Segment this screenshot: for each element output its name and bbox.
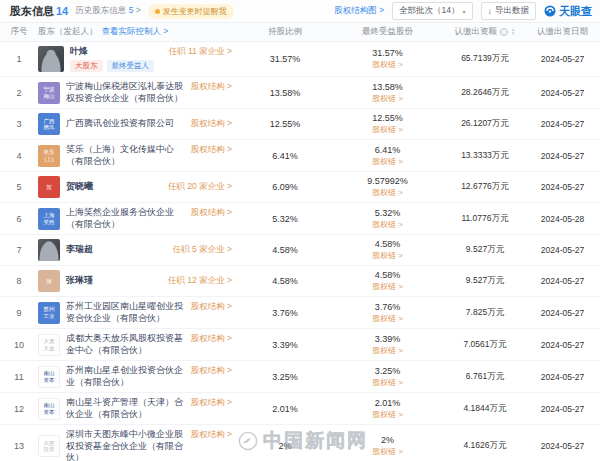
shareholder-name-link[interactable]: 苏州南山星卓创业投资合伙企业（有限合伙）: [66, 365, 191, 388]
subscribed-capital: 26.1207万元: [445, 118, 525, 130]
export-data-button[interactable]: ↓ 导出数据: [481, 2, 537, 20]
shareholder-name-link[interactable]: 笑乐（上海）文化传媒中心（有限合伙）: [66, 144, 191, 167]
subscribed-capital: 28.2646万元: [445, 87, 525, 99]
subscription-date: 2024-05-27: [525, 441, 600, 451]
equity-chain-link[interactable]: 股权链 >: [372, 377, 403, 388]
shareholder-logo-avatar[interactable]: 上海 笑然: [38, 208, 60, 230]
final-benefit-cell: 4.58%股权链 >: [330, 270, 445, 292]
equity-chain-link[interactable]: 股权链 >: [372, 250, 403, 261]
positions-count-link[interactable]: 任职 11 家企业 >: [169, 46, 234, 58]
table-row: 1叶烽任职 11 家企业 >大股东最终受益人31.57%31.57%股权链 >6…: [0, 42, 600, 77]
shareholder-cell: 贺贺晓曦任职 20 家企业 >: [38, 172, 240, 202]
col-header-final-shares: 最终受益股份: [330, 26, 445, 38]
equity-structure-link[interactable]: 股权结构 >: [191, 118, 234, 130]
final-benefit-shares: 13.58%: [372, 82, 403, 92]
shareholder-logo-avatar[interactable]: 贺: [38, 176, 60, 198]
row-number: 7: [0, 245, 38, 255]
change-alert-badge[interactable]: 发生变更时提醒我: [148, 4, 234, 19]
equity-structure-link[interactable]: 股权结构 >: [191, 397, 234, 409]
shareholder-name-link[interactable]: 李瑞超: [66, 244, 93, 256]
shareholder-logo-avatar[interactable]: 南山 资本: [38, 366, 60, 388]
equity-chain-link[interactable]: 股权链 >: [372, 219, 403, 230]
shareholder-name-link[interactable]: 叶烽: [70, 46, 88, 58]
shareholding-ratio: 4.58%: [240, 276, 330, 286]
shareholder-name-link[interactable]: 广西腾讯创业投资有限公司: [66, 118, 174, 130]
col-header-no: 序号: [0, 26, 38, 38]
info-icon[interactable]: i: [500, 28, 508, 36]
final-benefit-cell: 3.25%股权链 >: [330, 366, 445, 388]
shareholder-name-link[interactable]: 宁波梅山保税港区泓礼泰达股权投资合伙企业（有限合伙）: [66, 81, 191, 104]
table-row: 11南山 资本苏州南山星卓创业投资合伙企业（有限合伙）股权结构 >3.25%3.…: [0, 361, 600, 393]
final-benefit-shares: 3.76%: [375, 302, 401, 312]
shareholder-logo-avatar[interactable]: 南山 资本: [38, 398, 60, 420]
equity-chain-link[interactable]: 股权链 >: [372, 446, 403, 457]
shareholder-name-link[interactable]: 苏州工业园区南山星曜创业投资合伙企业（有限合伙）: [66, 301, 191, 324]
equity-chain-link[interactable]: 股权链 >: [372, 156, 403, 167]
col-header-date: 认缴出资日期: [525, 26, 600, 38]
shareholder-cell: 笑乐 (上)笑乐（上海）文化传媒中心（有限合伙）股权结构 >: [38, 140, 240, 171]
equity-chain-link[interactable]: 股权链 >: [372, 313, 403, 324]
subscription-date: 2024-05-27: [525, 151, 600, 161]
equity-structure-link[interactable]: 股权结构 >: [191, 144, 234, 156]
positions-count-link[interactable]: 任职 5 家企业 >: [173, 244, 234, 256]
shareholder-logo-avatar[interactable]: 大奥 天放: [38, 334, 60, 356]
section-title: 股东信息14: [10, 4, 68, 19]
table-row: 2宁波 梅山宁波梅山保税港区泓礼泰达股权投资合伙企业（有限合伙）股权结构 >13…: [0, 77, 600, 109]
equity-structure-link[interactable]: 股权结构 >: [191, 301, 234, 313]
view-actual-controller-link[interactable]: 查看实际控制人 >: [102, 26, 169, 38]
equity-chain-link[interactable]: 股权链 >: [372, 93, 403, 104]
equity-structure-chart-link[interactable]: 股权结构图 >: [334, 5, 384, 17]
shareholder-logo-avatar[interactable]: 广西 腾讯: [38, 113, 60, 135]
batch-filter-dropdown[interactable]: 全部批次（14） ▾: [392, 2, 472, 20]
shareholder-name-link[interactable]: 贺晓曦: [66, 181, 93, 193]
equity-chain-link[interactable]: 股权链 >: [372, 187, 403, 198]
subscribed-capital: 13.3333万元: [445, 150, 525, 162]
history-shareholders-link[interactable]: 历史股东信息 5 >: [75, 5, 140, 17]
shareholder-name-link[interactable]: 南山星斗资产管理（天津）合伙企业（有限合伙）: [66, 397, 191, 420]
equity-chain-link[interactable]: 股权链 >: [372, 345, 403, 356]
shareholder-logo-avatar[interactable]: 天图 投资: [38, 435, 60, 457]
sort-icon[interactable]: ▲▼: [511, 28, 515, 36]
shareholding-ratio: 12.55%: [240, 119, 330, 129]
equity-structure-link[interactable]: 股权结构 >: [191, 81, 234, 93]
positions-count-link[interactable]: 任职 20 家企业 >: [168, 181, 234, 193]
shareholder-name-link[interactable]: 深圳市天图东峰中小微企业股权投资基金合伙企业（有限合伙）: [66, 429, 191, 461]
subscribed-capital: 9.527万元: [445, 275, 525, 287]
shareholder-logo-avatar[interactable]: 笑乐 (上): [38, 145, 60, 167]
shareholder-name-link[interactable]: 上海笑然企业服务合伙企业（有限合伙）: [66, 207, 191, 230]
subscription-date: 2024-05-27: [525, 54, 600, 64]
subscribed-capital: 4.1626万元: [445, 440, 525, 452]
row-number: 8: [0, 276, 38, 286]
final-benefit-shares: 2.01%: [375, 398, 401, 408]
equity-chain-link[interactable]: 股权链 >: [372, 124, 403, 135]
equity-structure-link[interactable]: 股权结构 >: [191, 333, 234, 345]
beneficial-owner-tag: 最终受益人: [107, 60, 155, 72]
shareholding-ratio: 3.25%: [240, 372, 330, 382]
shareholder-logo-avatar[interactable]: 宁波 梅山: [38, 82, 60, 104]
shareholder-logo-avatar[interactable]: 张: [38, 270, 60, 292]
equity-chain-link[interactable]: 股权链 >: [372, 59, 403, 70]
positions-count-link[interactable]: 任职 12 家企业 >: [168, 275, 234, 287]
equity-chain-link[interactable]: 股权链 >: [372, 281, 403, 292]
shareholder-photo-avatar[interactable]: [38, 239, 60, 261]
equity-chain-link[interactable]: 股权链 >: [372, 409, 403, 420]
shareholder-logo-avatar[interactable]: 苏州 工业: [38, 302, 60, 324]
shareholder-photo-avatar[interactable]: [38, 46, 64, 72]
shareholder-cell: 上海 笑然上海笑然企业服务合伙企业（有限合伙）股权结构 >: [38, 203, 240, 234]
alert-dot-icon: [155, 9, 160, 14]
subscribed-capital: 7.0561万元: [445, 339, 525, 351]
shareholding-ratio: 2%: [240, 441, 330, 451]
chevron-down-icon: ▾: [462, 8, 465, 15]
shareholder-name-link[interactable]: 成都大奥天放乐凤股权投资基金中心（有限合伙）: [66, 333, 191, 356]
col-header-ratio: 持股比例: [240, 26, 330, 38]
final-benefit-shares: 4.58%: [375, 270, 401, 280]
shareholder-name-link[interactable]: 张琳瑾: [66, 275, 93, 287]
subscribed-capital: 9.527万元: [445, 244, 525, 256]
row-number: 2: [0, 88, 38, 98]
subscribed-capital: 11.0776万元: [445, 213, 525, 225]
equity-structure-link[interactable]: 股权结构 >: [191, 429, 234, 441]
equity-structure-link[interactable]: 股权结构 >: [191, 365, 234, 377]
equity-structure-link[interactable]: 股权结构 >: [191, 207, 234, 219]
shareholder-tags: 大股东最终受益人: [70, 60, 234, 72]
subscribed-capital: 6.761万元: [445, 371, 525, 383]
